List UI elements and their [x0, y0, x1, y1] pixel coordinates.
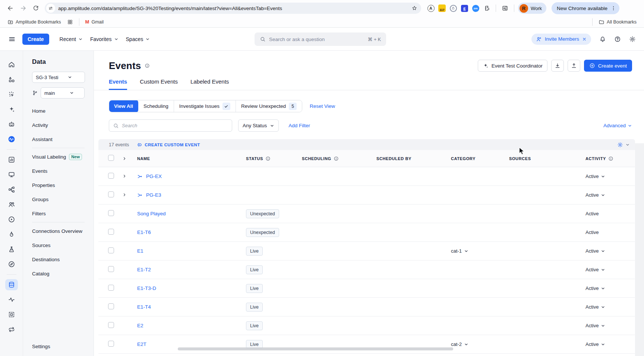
- rail-item-heatmaps[interactable]: [5, 229, 18, 240]
- rail-item-amplitude-logo[interactable]: [5, 134, 18, 145]
- info-icon[interactable]: [265, 156, 271, 161]
- reload-button[interactable]: [31, 3, 41, 13]
- create-button[interactable]: Create: [22, 34, 49, 45]
- settings-gear-icon[interactable]: [629, 36, 636, 43]
- export-upload-button[interactable]: [568, 60, 580, 72]
- sidebar-item-sources[interactable]: Sources: [32, 238, 94, 252]
- expand-all-chevron-icon[interactable]: [122, 156, 127, 161]
- row-checkbox[interactable]: [108, 322, 114, 328]
- rail-item-data[interactable]: [5, 279, 18, 290]
- project-select[interactable]: SG-3 Testing: [32, 72, 85, 83]
- table-search[interactable]: [109, 119, 232, 132]
- event-name-link[interactable]: E1-T6: [137, 229, 151, 235]
- info-icon[interactable]: [334, 156, 339, 161]
- invite-members-pill[interactable]: Invite Members: [531, 34, 591, 45]
- create-event-button[interactable]: Create event: [584, 60, 632, 72]
- global-search-input[interactable]: [269, 37, 364, 42]
- activity-select[interactable]: Active: [585, 341, 635, 347]
- bookmark-folder-amplitude[interactable]: Amplitude Bookmarks: [6, 18, 63, 26]
- row-checkbox[interactable]: [108, 229, 114, 235]
- extension-lock[interactable]: [449, 4, 457, 12]
- chevron-down-icon[interactable]: [625, 143, 630, 147]
- row-checkbox[interactable]: [108, 210, 114, 216]
- row-checkbox[interactable]: [108, 191, 114, 197]
- sidebar-item-assistant[interactable]: Assistant: [32, 132, 94, 146]
- sidebar-item-visual-labeling[interactable]: Visual LabelingNew: [32, 150, 94, 164]
- status-filter-select[interactable]: Any Status: [238, 119, 279, 132]
- view-investigate-issues-button[interactable]: Investigate Issues: [174, 100, 236, 112]
- side-panel-button[interactable]: [501, 4, 509, 12]
- event-name-link[interactable]: E1: [137, 248, 143, 254]
- event-test-coordinator-button[interactable]: Event Test Coordinator: [478, 60, 547, 72]
- sidebar-item-filters[interactable]: Filters: [32, 206, 94, 221]
- sidebar-item-destinations[interactable]: Destinations: [32, 252, 94, 266]
- bookmark-gmail[interactable]: M Gmail: [84, 18, 105, 25]
- event-name-link[interactable]: E1-T2: [137, 267, 151, 272]
- column-settings-gear-icon[interactable]: [617, 142, 623, 148]
- sidebar-item-settings[interactable]: Settings: [32, 344, 50, 349]
- advanced-link[interactable]: Advanced: [603, 123, 626, 128]
- activity-select[interactable]: Active: [585, 304, 635, 310]
- rail-item-experiments[interactable]: [5, 244, 18, 255]
- event-name-link[interactable]: E2T: [137, 341, 146, 347]
- new-chrome-pill[interactable]: New Chrome available: [552, 2, 619, 14]
- rail-item-templates[interactable]: [5, 309, 18, 320]
- rail-item-visual-click[interactable]: [5, 89, 18, 100]
- extension-g[interactable]: g: [461, 4, 468, 12]
- recent-menu[interactable]: Recent: [56, 33, 86, 45]
- url-text[interactable]: app.amplitude.com/data/amplitude/SG-3%20…: [58, 6, 408, 11]
- rail-item-charts[interactable]: [5, 154, 18, 165]
- bookmark-star-icon[interactable]: [411, 5, 417, 11]
- rail-item-agent-bot[interactable]: [5, 119, 18, 130]
- all-bookmarks-button[interactable]: All Bookmarks: [597, 18, 638, 26]
- row-checkbox[interactable]: [108, 173, 114, 179]
- close-icon[interactable]: [582, 37, 587, 41]
- global-search[interactable]: ⌘ + K: [255, 32, 386, 46]
- sidebar-item-home[interactable]: Home: [32, 104, 94, 118]
- reset-view-link[interactable]: Reset View: [310, 103, 335, 109]
- extension-badge-117[interactable]: 117: [438, 4, 446, 12]
- activity-select[interactable]: Active: [585, 285, 635, 291]
- add-filter-link[interactable]: Add Filter: [288, 123, 310, 128]
- info-icon[interactable]: [145, 63, 150, 68]
- event-name-link[interactable]: E1-T4: [137, 304, 151, 310]
- row-checkbox[interactable]: [108, 266, 114, 272]
- rail-item-journeys[interactable]: [5, 184, 18, 195]
- expand-row-chevron-icon[interactable]: [122, 174, 127, 178]
- spaces-menu[interactable]: Spaces: [122, 33, 154, 45]
- row-checkbox[interactable]: [108, 247, 114, 253]
- help-icon[interactable]: [614, 36, 621, 43]
- sidebar-item-activity[interactable]: Activity: [32, 118, 94, 132]
- activity-select[interactable]: Active: [585, 192, 635, 198]
- forward-button[interactable]: [18, 3, 28, 13]
- rail-item-audiences[interactable]: [5, 199, 18, 210]
- rail-item-sync[interactable]: [5, 324, 18, 335]
- category-select[interactable]: cat-1: [451, 248, 509, 254]
- sidebar-item-properties[interactable]: Properties: [32, 178, 94, 192]
- info-icon[interactable]: [608, 156, 613, 161]
- activity-select[interactable]: Active: [585, 248, 635, 254]
- tab-custom-events[interactable]: Custom Events: [140, 78, 178, 90]
- row-checkbox[interactable]: [108, 341, 114, 347]
- event-name-link[interactable]: Song Played: [137, 211, 166, 216]
- rail-item-explore[interactable]: [5, 259, 18, 270]
- back-button[interactable]: [5, 3, 16, 13]
- activity-select[interactable]: Active: [585, 323, 635, 328]
- rail-item-signals[interactable]: [5, 294, 18, 305]
- rail-item-session-replay[interactable]: [5, 214, 18, 225]
- import-download-button[interactable]: [551, 60, 564, 72]
- sidebar-item-groups[interactable]: Groups: [32, 192, 94, 206]
- sidebar-item-events[interactable]: Events: [32, 164, 94, 178]
- sidebar-item-catalog[interactable]: Catalog: [32, 266, 94, 281]
- chrome-profile-chip[interactable]: R Work: [518, 3, 546, 14]
- notifications-bell-icon[interactable]: [599, 36, 606, 43]
- view-review-unexpected-button[interactable]: Review Unexpected 5: [236, 100, 302, 112]
- extension-zoom[interactable]: zm: [472, 4, 479, 12]
- event-name-link[interactable]: E2: [137, 323, 143, 328]
- apps-shortcut[interactable]: [66, 18, 75, 26]
- extension-a[interactable]: A: [427, 4, 435, 12]
- rail-item-ai-sparkles[interactable]: [5, 104, 18, 115]
- category-select[interactable]: cat-2: [451, 341, 509, 347]
- address-bar[interactable]: app.amplitude.com/data/amplitude/SG-3%20…: [45, 3, 421, 14]
- rail-item-dashboards[interactable]: [5, 169, 18, 180]
